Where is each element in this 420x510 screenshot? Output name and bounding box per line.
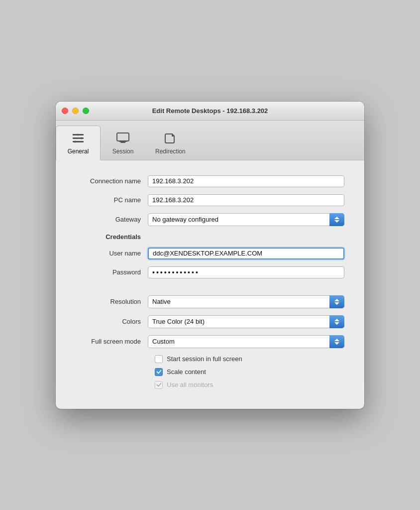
credentials-label: Credentials	[76, 233, 148, 241]
full-screen-label: Full screen mode	[76, 338, 148, 345]
colors-dropdown-wrap: True Color (24 bit)	[148, 315, 344, 328]
colors-row: Colors True Color (24 bit)	[76, 315, 344, 328]
tab-redirection[interactable]: Redirection	[145, 126, 196, 160]
resolution-dropdown[interactable]: Native	[148, 295, 344, 308]
scale-content-label: Scale content	[167, 368, 206, 376]
credentials-header: Credentials	[76, 233, 344, 241]
colors-dropdown[interactable]: True Color (24 bit)	[148, 315, 344, 328]
resolution-dropdown-wrap: Native	[148, 295, 344, 308]
pc-name-input[interactable]	[148, 194, 344, 206]
start-session-checkbox[interactable]	[155, 355, 163, 363]
gateway-label: Gateway	[76, 216, 148, 223]
session-icon	[115, 130, 131, 146]
svg-rect-1	[73, 134, 77, 135]
close-button[interactable]	[62, 108, 68, 114]
tab-redirection-label: Redirection	[155, 148, 186, 155]
pc-name-row: PC name	[76, 194, 344, 206]
titlebar: Edit Remote Desktops - 192.168.3.202	[56, 102, 364, 121]
toolbar: General Session Redirection	[56, 121, 364, 160]
svg-rect-8	[120, 142, 125, 143]
minimize-button[interactable]	[72, 108, 79, 114]
full-screen-row: Full screen mode Custom	[76, 335, 344, 348]
tab-session-label: Session	[112, 148, 134, 155]
scale-content-row: Scale content	[155, 368, 344, 376]
connection-name-row: Connection name	[76, 175, 344, 187]
check-icon	[156, 369, 162, 375]
gateway-row: Gateway No gateway configured	[76, 213, 344, 226]
gateway-dropdown[interactable]: No gateway configured	[148, 213, 344, 226]
resolution-row: Resolution Native	[76, 295, 344, 308]
tab-session[interactable]: Session	[101, 126, 145, 160]
user-name-input[interactable]	[148, 248, 344, 259]
tab-general-label: General	[68, 148, 89, 155]
svg-point-2	[77, 133, 79, 135]
svg-rect-9	[119, 141, 127, 142]
resolution-label: Resolution	[76, 298, 148, 305]
tab-general[interactable]: General	[56, 126, 101, 160]
window-controls	[62, 108, 89, 114]
colors-label: Colors	[76, 318, 148, 325]
user-name-row: User name	[76, 248, 344, 259]
general-icon	[70, 130, 86, 146]
full-screen-dropdown-wrap: Custom	[148, 335, 344, 348]
main-window: Edit Remote Desktops - 192.168.3.202 Gen…	[56, 102, 364, 409]
svg-point-4	[81, 137, 83, 139]
form-content: Connection name PC name Gateway No gatew…	[56, 160, 364, 409]
redirection-icon	[162, 130, 178, 146]
use-all-monitors-row: Use all monitors	[155, 381, 344, 389]
password-label: Password	[76, 268, 148, 276]
use-all-monitors-label: Use all monitors	[167, 381, 213, 388]
scale-content-checkbox[interactable]	[155, 368, 163, 376]
gateway-dropdown-wrap: No gateway configured	[148, 213, 344, 226]
connection-name-input[interactable]	[148, 175, 344, 187]
svg-point-6	[74, 140, 76, 142]
user-name-label: User name	[76, 250, 148, 257]
svg-rect-7	[117, 133, 129, 141]
start-session-row: Start session in full screen	[155, 355, 344, 363]
check-disabled-icon	[156, 382, 162, 387]
password-row: Password	[76, 266, 344, 278]
window-title: Edit Remote Desktops - 192.168.3.202	[152, 107, 268, 115]
connection-name-label: Connection name	[76, 177, 148, 185]
use-all-monitors-checkbox	[155, 381, 163, 389]
password-input[interactable]	[148, 266, 344, 278]
full-screen-dropdown[interactable]: Custom	[148, 335, 344, 348]
pc-name-label: PC name	[76, 196, 148, 204]
maximize-button[interactable]	[83, 108, 89, 114]
start-session-label: Start session in full screen	[167, 355, 242, 363]
